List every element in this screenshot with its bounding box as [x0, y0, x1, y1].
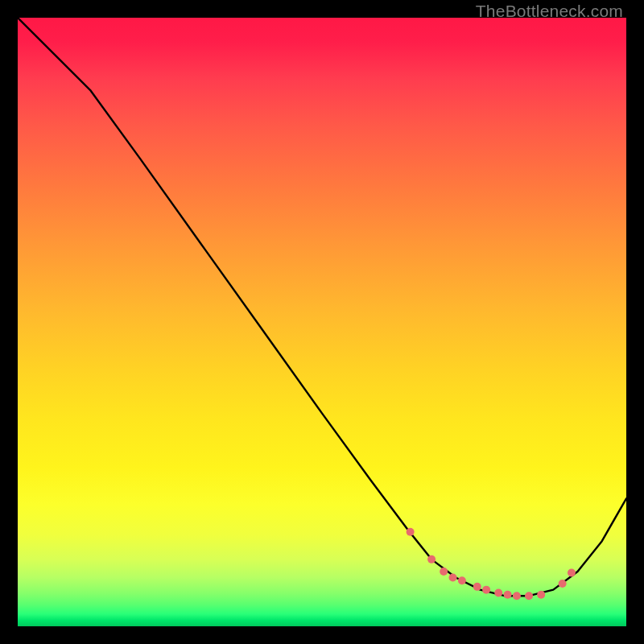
marker-dot [440, 568, 448, 576]
marker-dot [407, 528, 415, 536]
marker-dot [449, 574, 457, 582]
marker-dot [525, 592, 533, 600]
marker-dot [568, 568, 576, 576]
plot-area [18, 18, 626, 626]
marker-dot [427, 555, 436, 564]
marker-dot [504, 591, 512, 599]
marker-dot [482, 586, 490, 594]
watermark-text: TheBottleneck.com [476, 2, 623, 21]
marker-dots [407, 528, 576, 600]
marker-dot [494, 588, 502, 597]
curve-line [18, 18, 626, 596]
marker-dot [458, 576, 466, 584]
marker-dot [559, 580, 567, 588]
marker-dot [473, 583, 481, 591]
marker-dot [537, 591, 545, 599]
chart-frame: TheBottleneck.com [0, 0, 644, 644]
marker-dot [513, 592, 521, 600]
chart-svg [18, 18, 626, 626]
